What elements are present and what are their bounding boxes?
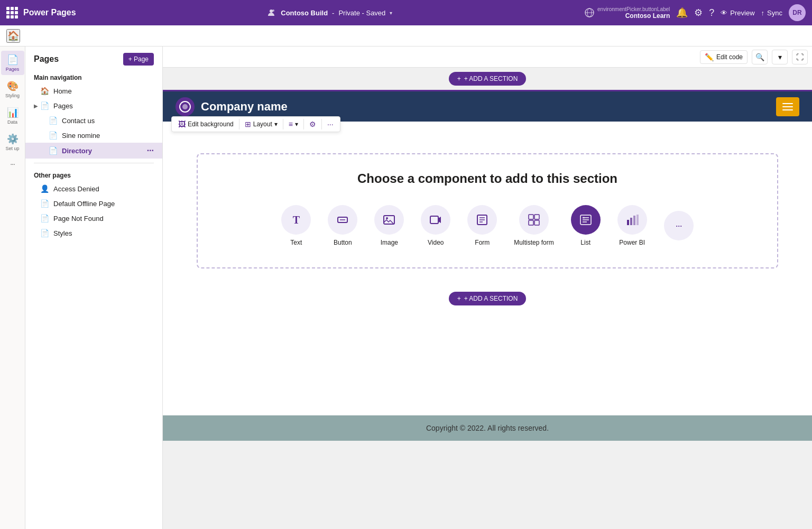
chevron-down-zoom[interactable]: ▾ (772, 50, 788, 64)
help-button[interactable]: ? (709, 7, 714, 18)
align-chevron: ▾ (295, 120, 298, 128)
main-navigation-title: Main navigation (25, 70, 162, 83)
sidebar-icons: 📄 Pages 🎨 Styling 📊 Data ⚙️ Set up ··· (0, 47, 25, 529)
toolbar-sep-2 (283, 119, 283, 129)
component-text[interactable]: T Text (277, 201, 315, 250)
add-section-top-label: + ADD A SECTION (464, 75, 518, 82)
svg-rect-19 (534, 220, 539, 225)
nav-home-label: Home (53, 87, 72, 95)
avatar[interactable]: DR (789, 4, 806, 21)
component-more[interactable]: ··· (660, 207, 698, 245)
settings-button[interactable]: ⚙ (694, 7, 703, 18)
nav-item-access-denied[interactable]: 👤 Access Denied (25, 181, 162, 196)
directory-nav-icon: 📄 (49, 146, 58, 155)
env-label: environmentPicker.buttonLabel (597, 6, 670, 12)
nav-item-pages[interactable]: ▶ 📄 Pages (25, 98, 162, 113)
pages-panel-header: Pages + Page (25, 47, 162, 70)
pbi-svg (626, 214, 639, 226)
component-image[interactable]: Image (370, 201, 408, 250)
toolbar-sep-4 (321, 119, 322, 129)
powerbi-component-icon (617, 205, 647, 235)
add-section-top-button[interactable]: + + ADD A SECTION (449, 72, 527, 86)
image-component-icon (374, 205, 404, 235)
sidebar-setup-label: Set up (5, 146, 19, 151)
add-page-button[interactable]: + Page (123, 53, 154, 66)
form-component-label: Form (475, 239, 490, 246)
nav-styles-label: Styles (53, 229, 72, 237)
apps-icon[interactable] (6, 7, 18, 18)
sidebar-item-setup[interactable]: ⚙️ Set up (1, 130, 24, 154)
nav-item-styles[interactable]: 📄 Styles (25, 226, 162, 240)
component-form[interactable]: Form (463, 201, 501, 250)
home-button[interactable]: 🏠 (6, 29, 20, 43)
more-section-button[interactable]: ··· (324, 118, 337, 130)
svg-rect-11 (430, 216, 438, 224)
zoom-button[interactable]: 🔍 (752, 50, 768, 64)
section-divider (34, 163, 154, 163)
nav-item-default-offline[interactable]: 📄 Default Offline Page (25, 196, 162, 211)
video-svg (429, 214, 442, 226)
add-section-bottom-button[interactable]: + + ADD A SECTION (449, 292, 527, 305)
notifications-button[interactable]: 🔔 (676, 7, 688, 18)
sidebar-item-pages[interactable]: 📄 Pages (1, 51, 24, 75)
edit-background-button[interactable]: 🖼 Edit background (175, 118, 237, 130)
component-video[interactable]: Video (417, 201, 455, 250)
sync-button[interactable]: ↑ Sync (761, 9, 782, 17)
sidebar-item-styling[interactable]: 🎨 Styling (1, 77, 24, 101)
section-settings-icon: ⚙ (309, 120, 316, 128)
toolbar-sep-3 (303, 119, 304, 129)
video-component-label: Video (428, 239, 444, 246)
env-picker[interactable]: environmentPicker.buttonLabel Contoso Le… (585, 6, 670, 20)
setup-icon: ⚙️ (7, 133, 19, 145)
contact-nav-icon: 📄 (49, 116, 58, 125)
app-title: Power Pages (23, 8, 76, 17)
component-powerbi[interactable]: Power BI (613, 201, 651, 250)
second-bar: 🏠 (0, 25, 812, 47)
section-settings-button[interactable]: ⚙ (306, 118, 319, 130)
sidebar-styling-label: Styling (5, 93, 20, 98)
component-button[interactable]: Button (324, 201, 362, 250)
image-component-label: Image (381, 239, 398, 246)
nav-item-home[interactable]: 🏠 Home (25, 83, 162, 98)
list-svg (579, 214, 592, 226)
nav-item-sine[interactable]: 📄 Sine nomine (25, 128, 162, 143)
expand-button[interactable]: ⛶ (792, 50, 808, 64)
page-header-wrapper: Company name 🖼 Edit background (163, 90, 812, 122)
canvas-empty-space (163, 310, 812, 415)
svg-rect-28 (636, 215, 639, 225)
default-offline-icon: 📄 (40, 199, 49, 208)
zoom-icon: 🔍 (755, 53, 764, 61)
top-bar: Power Pages Contoso Build - Private - Sa… (0, 0, 812, 25)
layout-button[interactable]: ⊞ Layout ▾ (242, 118, 281, 130)
sidebar-pages-label: Pages (6, 67, 20, 72)
hamburger-menu[interactable] (776, 97, 799, 116)
nav-page-not-found-label: Page Not Found (53, 215, 104, 222)
svg-point-1 (272, 10, 274, 12)
nav-item-directory[interactable]: 📄 Directory ··· (25, 143, 162, 159)
preview-button[interactable]: 👁 Preview (721, 9, 754, 17)
nav-directory-label: Directory (62, 147, 92, 155)
sidebar-item-more[interactable]: ··· (1, 156, 24, 171)
component-chooser: Choose a component to add to this sectio… (197, 153, 778, 268)
align-button[interactable]: ≡ ▾ (285, 118, 301, 130)
component-multistep[interactable]: Multistep form (510, 201, 558, 250)
canvas-toolbar: ✏️ Edit code 🔍 ▾ ⛶ (163, 47, 812, 68)
nav-contact-label: Contact us (62, 117, 95, 125)
component-list[interactable]: List (567, 201, 605, 250)
add-section-top-icon: + (457, 75, 461, 82)
sidebar-item-data[interactable]: 📊 Data (1, 104, 24, 128)
nav-item-page-not-found[interactable]: 📄 Page Not Found (25, 211, 162, 226)
layout-icon: ⊞ (245, 120, 251, 128)
svg-rect-24 (583, 217, 585, 219)
pages-icon: 📄 (7, 54, 19, 66)
directory-more-icon[interactable]: ··· (147, 146, 154, 155)
page-footer: Copyright © 2022. All rights reserved. (163, 415, 812, 441)
nav-default-offline-label: Default Offline Page (53, 200, 115, 208)
img-svg (383, 214, 395, 226)
edit-code-button[interactable]: ✏️ Edit code (700, 50, 748, 64)
company-name: Company name (201, 100, 288, 114)
site-chevron[interactable]: ▾ (390, 10, 392, 16)
nav-item-contact[interactable]: 📄 Contact us (25, 113, 162, 128)
svg-rect-18 (529, 220, 533, 225)
styles-icon: 📄 (40, 229, 49, 237)
